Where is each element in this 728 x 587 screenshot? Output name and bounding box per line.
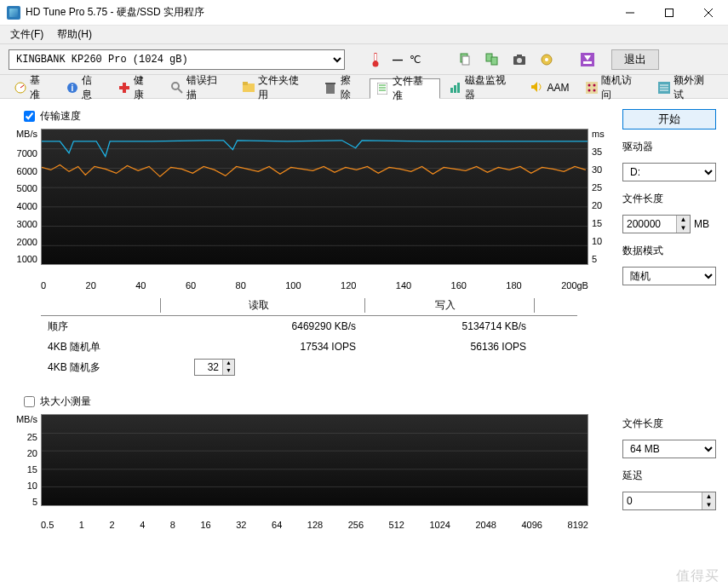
blocksize-checkbox[interactable]: 块大小测量 [24,394,607,409]
svg-point-25 [172,83,179,89]
delay-spinner[interactable]: ▲▼ [622,492,716,510]
spin-down-icon[interactable]: ▼ [676,224,690,233]
x-axis-lower: 0.512481632641282565121024204840968192 [12,516,588,530]
tab-info[interactable]: i信息 [59,78,109,98]
svg-rect-28 [243,82,248,85]
maximize-button[interactable] [650,0,689,26]
svg-rect-6 [375,54,376,60]
device-selector[interactable]: KINGBANK KP260 Pro (1024 gB) [9,49,345,70]
svg-rect-18 [583,61,592,64]
spin-up-icon[interactable]: ▲ [702,492,715,501]
tab-label: 基准 [30,73,49,102]
search-icon [171,82,183,94]
close-button[interactable] [689,0,728,26]
y-axis-left: MB/s 7000 6000 5000 4000 3000 2000 1000 [12,129,41,277]
y-unit: MB/s [12,129,37,141]
tab-label: AAM [547,82,569,94]
tab-errorscan[interactable]: 错误扫描 [163,78,234,98]
filelen-input[interactable] [623,216,676,233]
checkbox-label: 块大小测量 [40,394,91,409]
svg-point-15 [545,58,548,61]
spin-up-icon[interactable]: ▲ [222,360,234,367]
svg-point-43 [593,89,596,92]
delay-input[interactable] [623,492,702,509]
tab-label: 随机访问 [601,73,641,102]
transfer-speed-checkbox[interactable]: 传输速度 [24,109,607,124]
mode-selector[interactable]: 随机 [622,267,716,285]
tab-label: 文件夹使用 [258,73,308,102]
tab-benchmark[interactable]: 基准 [7,78,57,98]
screenshot-icon[interactable] [509,49,530,70]
tab-random[interactable]: 随机访问 [578,78,649,98]
svg-rect-10 [491,57,497,65]
spin-up-icon[interactable]: ▲ [676,216,690,224]
delay-label: 延迟 [622,469,716,483]
col-read: 读取 [160,298,364,313]
health-icon [118,82,130,94]
read-line [42,141,588,157]
col-write: 写入 [364,298,535,313]
start-button[interactable]: 开始 [622,109,716,129]
folder-icon [243,82,255,94]
svg-rect-35 [450,88,453,93]
transfer-speed-check[interactable] [24,111,35,122]
tab-folder[interactable]: 文件夹使用 [235,78,316,98]
tab-label: 错误扫描 [186,73,226,102]
checkbox-label: 传输速度 [40,109,81,124]
svg-point-12 [517,58,522,63]
table-row: 4KB 随机多 ▲▼ [41,357,577,377]
save-icon[interactable] [577,49,598,70]
temp-dash: — [393,54,403,66]
filelen-spinner[interactable]: ▲▼ [622,215,691,233]
blocksize-check[interactable] [24,396,35,407]
thermometer-icon [365,49,386,70]
window-controls [610,0,728,26]
drive-selector[interactable]: D: [622,163,716,181]
tab-label: 额外测试 [674,73,714,102]
tab-label: 文件基准 [393,74,433,103]
trash-icon [325,82,337,94]
svg-rect-1 [666,9,674,16]
filelen-unit: MB [694,218,709,230]
tab-extra[interactable]: 额外测试 [651,78,721,98]
queue-depth-spinner[interactable]: ▲▼ [194,359,235,376]
settings-icon[interactable] [536,49,557,70]
tab-aam[interactable]: AAM [524,78,576,98]
info-icon: i [66,82,78,94]
filelen2-selector[interactable]: 64 MB [622,440,716,458]
svg-rect-29 [326,84,335,94]
y-unit: MB/s [12,414,37,426]
x-axis-upper: 020406080100120140160180200gB [12,277,588,291]
copy-all-icon[interactable] [482,49,502,70]
svg-point-42 [588,89,591,92]
menu-help[interactable]: 帮助(H) [50,26,99,43]
tab-label: 信息 [82,73,101,102]
random-icon [586,82,598,94]
spin-down-icon[interactable]: ▼ [702,501,715,509]
y-axis-right: ms 35 30 25 20 15 10 5 [588,129,607,277]
queue-depth-input[interactable] [195,360,222,375]
extra-icon [658,82,670,94]
menu-file[interactable]: 文件(F) [3,26,50,43]
copy-icon[interactable] [455,49,475,70]
lower-chart: 读取 写入 MB/s 25 20 15 10 5 [12,414,607,516]
tab-erase[interactable]: 擦除 [318,78,368,98]
tab-label: 擦除 [341,73,361,102]
svg-point-41 [593,84,596,87]
svg-marker-38 [531,82,537,92]
tab-filebench[interactable]: 文件基准 [370,78,440,99]
minimize-button[interactable] [610,0,650,26]
drive-label: 驱动器 [622,140,716,154]
tab-monitor[interactable]: 磁盘监视器 [442,78,523,98]
svg-text:i: i [72,83,74,93]
svg-line-26 [178,89,182,93]
tab-health[interactable]: 健康 [111,78,161,98]
filelen-label: 文件长度 [622,192,716,206]
filelen2-label: 文件长度 [622,417,716,431]
svg-rect-24 [119,86,129,89]
upper-plot [41,129,588,265]
svg-rect-37 [457,83,460,93]
spin-down-icon[interactable]: ▼ [222,367,234,375]
exit-button[interactable]: 退出 [611,49,659,70]
monitor-icon [450,82,461,94]
